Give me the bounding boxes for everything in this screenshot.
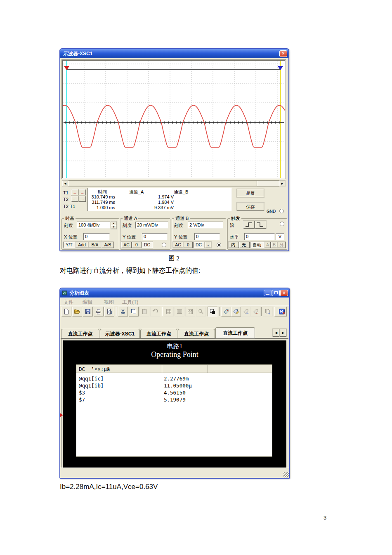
oscilloscope-hscrollbar[interactable]: ◀ ▶	[62, 180, 286, 187]
tab-dc-operating-point-2[interactable]: 直流工作点	[140, 329, 177, 338]
falling-edge-button[interactable]	[255, 221, 266, 229]
t1-right-button[interactable]: →	[79, 189, 86, 195]
trigger-a-button[interactable]: A	[264, 242, 271, 248]
minimize-button[interactable]	[264, 290, 272, 296]
paste-button[interactable]	[139, 307, 149, 316]
trigger-edge-label: 沿	[230, 222, 234, 229]
print-preview-button[interactable]	[104, 307, 114, 316]
x-position-input[interactable]: 0	[83, 233, 110, 240]
trigger-internal-button[interactable]: 内.	[229, 242, 239, 248]
trigger-auto-button[interactable]: 自动	[250, 242, 264, 248]
timebase-scale-down-button[interactable]: ▼	[111, 225, 116, 229]
save-button[interactable]	[83, 307, 93, 316]
show-cursors-button[interactable]	[185, 307, 195, 316]
new-file-button[interactable]	[61, 307, 71, 316]
menu-tools[interactable]: 工具(T)	[122, 299, 138, 306]
tag-arrow2-icon	[253, 308, 259, 315]
rising-edge-button[interactable]	[243, 221, 255, 229]
yt-mode-button[interactable]: Y/T	[63, 242, 75, 248]
tab-dc-operating-point-3[interactable]: 直流工作点	[178, 329, 215, 338]
save-button[interactable]: 保存	[237, 203, 264, 211]
close-button[interactable]: ×	[279, 50, 287, 57]
copy-button[interactable]	[129, 307, 139, 316]
scroll-thumb[interactable]	[68, 181, 257, 186]
falling-edge-icon	[255, 221, 266, 228]
trigger-none-button[interactable]: 无.	[239, 242, 250, 248]
zoom-button[interactable]	[196, 307, 206, 316]
table-header-cell: DC ¹¤×÷µã	[79, 366, 110, 372]
export-button[interactable]	[263, 307, 273, 316]
reverse-button[interactable]: 相反	[237, 189, 264, 197]
ba-mode-button[interactable]: B/A	[89, 242, 101, 248]
t2t1-label: T2-T1	[63, 204, 75, 209]
channel-a-radio[interactable]	[162, 243, 166, 247]
channel-a-dc-button[interactable]: DC	[142, 242, 153, 248]
t1-time-value: 310.749 ms	[89, 194, 115, 199]
channel-b-scale-input[interactable]: 2 V/Div	[188, 222, 223, 229]
minimize-icon	[266, 294, 269, 295]
show-legend-button[interactable]	[175, 307, 184, 316]
timebase-scale-up-button[interactable]: ▲	[111, 222, 116, 225]
gnd-radio[interactable]	[279, 209, 284, 213]
page-selector-marker[interactable]	[60, 413, 63, 417]
properties-button[interactable]	[221, 307, 231, 316]
t1-label: T1	[63, 190, 68, 195]
close-button[interactable]: ×	[280, 290, 288, 296]
open-file-button[interactable]	[72, 307, 82, 316]
add-mode-button[interactable]: Add	[76, 242, 88, 248]
tab-scroll-right-button[interactable]: ▶	[280, 329, 286, 337]
close-icon: ×	[282, 51, 285, 56]
channel-b-radio[interactable]	[217, 243, 221, 247]
t2-time-value: 311.749 ms	[89, 200, 115, 205]
tab-dc-operating-point-4-active[interactable]: 直流工作点	[215, 327, 255, 338]
row-name: @qq1[ib]	[79, 383, 104, 389]
figure-caption: 图 2	[59, 255, 288, 262]
cut-button[interactable]	[118, 307, 128, 316]
tab-dc-operating-point-1[interactable]: 直流工作点	[61, 329, 99, 338]
table-header-row: DC ¹¤×÷µã	[76, 365, 272, 373]
t2-right-button[interactable]: →	[79, 196, 86, 202]
row-value: 4.56150	[164, 390, 186, 396]
t1-left-button[interactable]: ←	[71, 189, 78, 195]
print-button[interactable]	[94, 307, 104, 316]
channel-a-ypos-input[interactable]: 0	[142, 233, 168, 240]
menu-file[interactable]: 文件	[64, 299, 73, 306]
channel-b-ypos-input[interactable]: 0	[194, 233, 220, 240]
resize-grip[interactable]	[283, 472, 289, 477]
oscilloscope-titlebar[interactable]: 示波器-XSC1 ×	[60, 49, 288, 58]
trigger-external-button[interactable]: 外	[278, 242, 286, 248]
channel-a-zero-button[interactable]: 0	[132, 242, 141, 248]
export-mathcad-button[interactable]	[277, 307, 287, 316]
menu-view[interactable]: 视图	[104, 299, 114, 306]
menu-edit[interactable]: 编辑	[83, 299, 92, 306]
undo-button[interactable]	[150, 307, 160, 316]
t2-left-button[interactable]: ←	[71, 196, 78, 202]
trigger-level-input[interactable]: 0	[244, 233, 275, 240]
ab-mode-button[interactable]: A/B	[102, 242, 114, 248]
channel-a-ac-button[interactable]: AC	[121, 242, 132, 248]
trigger-b-button[interactable]: B	[271, 242, 277, 248]
trigger-edge-radio[interactable]	[280, 222, 284, 226]
black-white-toggle-button[interactable]	[208, 307, 217, 316]
show-grid-button[interactable]	[164, 307, 174, 316]
tag-arrow-icon	[243, 308, 249, 315]
channel-a-ypos-label: Y 位置	[123, 234, 136, 240]
analysis-titlebar[interactable]: 分析图表 ×	[60, 288, 289, 298]
channel-b-zero-button[interactable]: 0	[184, 242, 193, 248]
legend-icon	[176, 308, 183, 315]
channel-a-scale-input[interactable]: 20 mV/Div	[135, 222, 168, 229]
prev-page-button[interactable]	[251, 307, 261, 316]
scroll-right-button[interactable]: ▶	[279, 181, 285, 186]
maximize-button[interactable]	[272, 290, 280, 296]
channel-b-dc-button[interactable]: DC	[193, 242, 204, 248]
copy-icon	[130, 308, 137, 315]
scroll-left-button[interactable]: ◀	[62, 181, 68, 186]
channel-b-minus-button[interactable]: -	[205, 242, 211, 248]
tab-scroll-left-button[interactable]: ◀	[273, 329, 279, 337]
timebase-scale-input[interactable]: 100 徃/Div	[77, 222, 110, 229]
edit-properties-button[interactable]	[231, 307, 241, 316]
new-file-icon	[63, 308, 70, 315]
next-page-button[interactable]	[241, 307, 251, 316]
channel-b-ac-button[interactable]: AC	[173, 242, 183, 248]
tab-oscilloscope-xsc1[interactable]: 示波器-XSC1	[100, 329, 140, 338]
